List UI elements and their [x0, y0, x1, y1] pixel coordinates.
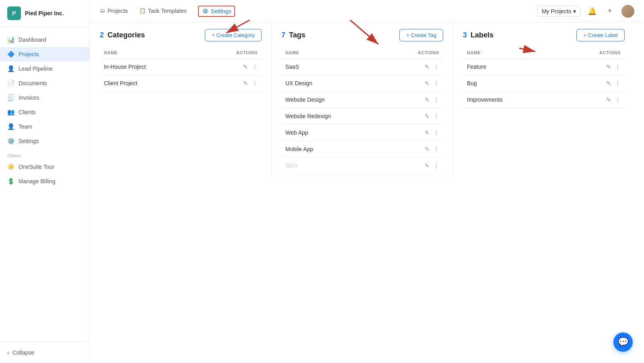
sidebar-item-clients[interactable]: 👥 Clients	[0, 105, 90, 119]
categories-title: 2 Categories	[100, 31, 145, 39]
edit-icon[interactable]: ✎	[606, 96, 611, 103]
table-row: SaaS ✎ ⋮	[281, 59, 443, 75]
table-row: In-House Project ✎ ⋮	[100, 59, 262, 75]
tag-actions: ✎ ⋮	[386, 92, 443, 108]
tab-settings-icon: ⚙️	[202, 8, 208, 14]
tag-name: Website Design	[281, 92, 386, 108]
label-name: Bug	[463, 75, 559, 92]
sidebar-item-documents[interactable]: 📄 Documents	[0, 76, 90, 90]
tab-projects[interactable]: 🗂 Projects	[100, 6, 128, 16]
tab-task-templates[interactable]: 📋 Task Templates	[139, 6, 187, 16]
tab-projects-label: Projects	[107, 8, 128, 14]
tab-task-templates-label: Task Templates	[148, 8, 187, 14]
sidebar-nav: 📊 Dashboard 🔷 Projects 👤 Lead Pipeline 📄…	[0, 27, 90, 342]
labels-name-header: NAME	[463, 47, 559, 59]
sidebar-item-projects[interactable]: 🔷 Projects	[0, 47, 90, 62]
clients-icon: 👥	[7, 109, 14, 116]
avatar-image	[621, 5, 634, 18]
more-icon[interactable]: ⋮	[615, 96, 621, 103]
others-section-label: Others	[0, 148, 90, 160]
team-icon: 👤	[7, 123, 14, 130]
create-category-button[interactable]: + Create Category	[205, 29, 262, 41]
settings-icon: ⚙️	[7, 137, 14, 145]
category-name: Client Project	[100, 75, 202, 92]
table-row: Web App ✎ ⋮	[281, 125, 443, 141]
sidebar-bottom: ‹ Collapse	[0, 342, 90, 363]
settings-columns: 2 Categories + Create Category NAME ACTI…	[90, 23, 644, 174]
more-icon[interactable]: ⋮	[252, 80, 258, 86]
category-actions: ✎ ⋮	[202, 75, 262, 92]
edit-icon[interactable]: ✎	[243, 64, 248, 70]
categories-table: NAME ACTIONS In-House Project ✎ ⋮ Client…	[100, 47, 262, 92]
bell-icon: 🔔	[588, 7, 597, 16]
more-icon[interactable]: ⋮	[433, 80, 439, 86]
table-row: Bug ✎ ⋮	[463, 75, 625, 92]
sidebar-item-team[interactable]: 👤 Team	[0, 119, 90, 134]
sidebar-item-label: OneSuite Tour	[19, 164, 54, 170]
sidebar: P Pied Piper Inc. 📊 Dashboard 🔷 Projects…	[0, 0, 90, 363]
table-row: Client Project ✎ ⋮	[100, 75, 262, 92]
categories-column: 2 Categories + Create Category NAME ACTI…	[100, 23, 272, 174]
notification-bell-button[interactable]: 🔔	[586, 5, 598, 17]
lead-pipeline-icon: 👤	[7, 65, 14, 72]
edit-icon[interactable]: ✎	[425, 162, 429, 169]
label-actions: ✎ ⋮	[559, 92, 625, 108]
tag-name: Website Redesign	[281, 108, 386, 125]
create-label-button[interactable]: + Create Label	[576, 29, 625, 41]
tag-name: Mobile App	[281, 141, 386, 158]
invoices-icon: 🧾	[7, 94, 14, 101]
projects-dropdown[interactable]: My Projects ▾	[537, 6, 580, 17]
create-tag-button[interactable]: + Create Tag	[399, 29, 443, 41]
edit-icon[interactable]: ✎	[606, 64, 611, 70]
sidebar-item-dashboard[interactable]: 📊 Dashboard	[0, 33, 90, 47]
tab-settings[interactable]: ⚙️ Settings	[198, 6, 235, 17]
sidebar-item-lead-pipeline[interactable]: 👤 Lead Pipeline	[0, 62, 90, 76]
tag-name: SaaS	[281, 59, 386, 75]
plus-icon: +	[608, 7, 612, 15]
collapse-button[interactable]: ‹ Collapse	[7, 347, 83, 358]
tag-name: Web App	[281, 125, 386, 141]
sidebar-item-onesuite-tour[interactable]: ☀️ OneSuite Tour	[0, 160, 90, 174]
edit-icon[interactable]: ✎	[425, 80, 429, 86]
manage-billing-icon: 💲	[7, 178, 14, 185]
onesuite-tour-icon: ☀️	[7, 163, 14, 170]
sidebar-item-invoices[interactable]: 🧾 Invoices	[0, 90, 90, 105]
edit-icon[interactable]: ✎	[243, 80, 248, 86]
edit-icon[interactable]: ✎	[425, 129, 429, 136]
sidebar-item-settings[interactable]: ⚙️ Settings	[0, 134, 90, 148]
more-icon[interactable]: ⋮	[433, 96, 439, 103]
topbar: 🗂 Projects 📋 Task Templates ⚙️ Settings …	[90, 0, 644, 23]
tags-table: NAME ACTIONS SaaS ✎ ⋮ UX Design ✎ ⋮	[281, 47, 443, 174]
edit-icon[interactable]: ✎	[425, 96, 429, 103]
table-row: Improvements ✎ ⋮	[463, 92, 625, 108]
sidebar-item-manage-billing[interactable]: 💲 Manage Billing	[0, 174, 90, 189]
more-icon[interactable]: ⋮	[433, 129, 439, 136]
more-icon[interactable]: ⋮	[433, 146, 439, 152]
chat-bubble-button[interactable]: 💬	[613, 332, 633, 352]
table-row: Feature ✎ ⋮	[463, 59, 625, 75]
tag-actions: ✎ ⋮	[386, 158, 443, 174]
label-actions: ✎ ⋮	[559, 75, 625, 92]
edit-icon[interactable]: ✎	[425, 113, 429, 119]
collapse-chevron-icon: ‹	[7, 349, 9, 356]
sidebar-item-label: Settings	[19, 138, 39, 144]
edit-icon[interactable]: ✎	[425, 146, 429, 152]
labels-actions-header: ACTIONS	[559, 47, 625, 59]
tag-actions: ✎ ⋮	[386, 108, 443, 125]
more-icon[interactable]: ⋮	[433, 113, 439, 119]
edit-icon[interactable]: ✎	[606, 80, 611, 86]
more-icon[interactable]: ⋮	[615, 80, 621, 86]
more-icon[interactable]: ⋮	[615, 64, 621, 70]
table-row: UX Design ✎ ⋮	[281, 75, 443, 92]
more-icon[interactable]: ⋮	[433, 162, 439, 169]
sidebar-logo[interactable]: P Pied Piper Inc.	[0, 0, 90, 27]
add-button[interactable]: +	[604, 5, 616, 17]
tab-projects-icon: 🗂	[100, 8, 105, 14]
table-row: Mobile App ✎ ⋮	[281, 141, 443, 158]
more-icon[interactable]: ⋮	[252, 64, 258, 70]
more-icon[interactable]: ⋮	[433, 64, 439, 70]
tab-task-templates-icon: 📋	[139, 8, 146, 14]
user-avatar[interactable]	[621, 5, 634, 18]
edit-icon[interactable]: ✎	[425, 64, 429, 70]
tab-settings-label: Settings	[211, 8, 231, 14]
